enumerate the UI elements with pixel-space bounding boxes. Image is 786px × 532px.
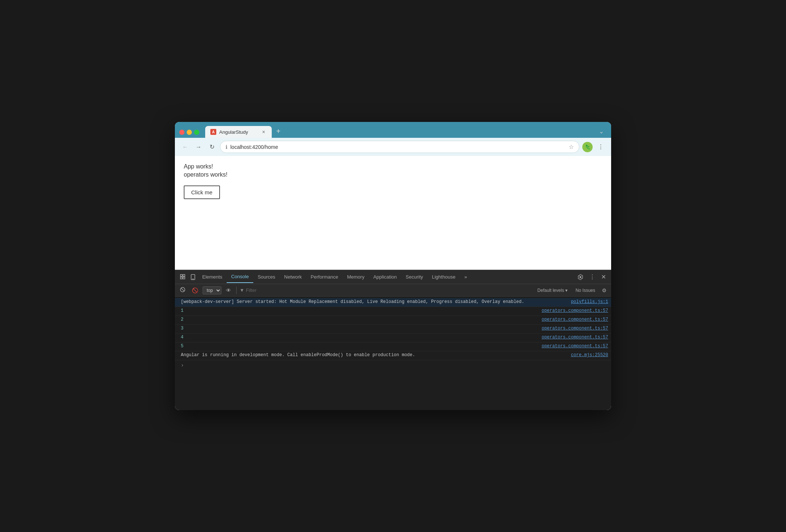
console-webpack-text: [webpack-dev-server] Server started: Hot… [181,299,568,304]
secure-icon: ℹ [226,144,227,150]
svg-line-7 [181,288,184,291]
devtools-close-button[interactable]: ✕ [599,270,608,283]
minimize-window-button[interactable] [187,130,192,135]
tab-application[interactable]: Application [369,271,402,283]
console-number-4: 4 [181,335,188,340]
console-webpack-line: [webpack-dev-server] Server started: Hot… [175,298,611,307]
tab-favicon-icon: A [210,129,216,135]
console-filter-button[interactable]: 🚫 [190,286,200,295]
console-number-3: 3 [181,326,188,331]
chevron-down-icon: ▾ [565,288,568,293]
browser-menu-button[interactable]: ⋮ [596,142,606,152]
console-log-line-4: 4 operators.component.ts:57 [175,334,611,342]
click-me-button[interactable]: Click me [184,185,220,199]
prompt-arrow-icon: › [181,362,184,368]
console-link-4[interactable]: operators.component.ts:57 [542,335,608,340]
filter-icon: ▼ [240,287,244,293]
reload-button[interactable]: ↻ [207,142,217,152]
devtools-controls: ⋮ ✕ [575,270,608,283]
console-webpack-link[interactable]: polyfills.js:1 [571,299,608,304]
filter-input[interactable] [246,287,532,293]
console-context-select[interactable]: top [203,286,221,294]
device-toggle-button[interactable] [188,271,198,283]
inspect-element-button[interactable] [178,271,188,283]
devtools-panel: Elements Console Sources Network Perform… [175,270,611,410]
console-link-2[interactable]: operators.component.ts:57 [542,317,608,322]
devtools-settings-button[interactable] [575,271,586,283]
svg-rect-2 [183,274,185,276]
devtools-tabs: Elements Console Sources Network Perform… [175,270,611,284]
tab-row: A AngularStudy × + ⌄ [175,122,611,138]
console-number-2: 2 [181,317,188,322]
bookmark-icon: ☆ [569,143,574,150]
clear-console-button[interactable] [178,286,187,295]
close-window-button[interactable] [179,130,184,135]
console-angular-line: Angular is running in development mode. … [175,351,611,360]
console-link-3[interactable]: operators.component.ts:57 [542,326,608,331]
tab-console[interactable]: Console [227,271,253,283]
tab-title: AngularStudy [219,129,258,135]
console-log-line-5: 5 operators.component.ts:57 [175,342,611,351]
forward-button[interactable]: → [193,142,204,152]
toolbar-divider [236,287,237,294]
svg-rect-3 [183,277,185,279]
svg-rect-0 [180,274,182,276]
console-link-5[interactable]: operators.component.ts:57 [542,344,608,349]
console-log-line-2: 2 operators.component.ts:57 [175,316,611,325]
new-tab-button[interactable]: + [273,126,284,137]
default-levels-button[interactable]: Default levels ▾ [535,287,570,294]
profile-avatar[interactable]: 🦎 [582,142,593,152]
tab-elements[interactable]: Elements [198,271,227,283]
console-toolbar: 🚫 top 👁 ▼ Default levels ▾ No Issues ⚙ [175,284,611,297]
console-link-1[interactable]: operators.component.ts:57 [542,308,608,313]
console-log-line-3: 3 operators.component.ts:57 [175,325,611,334]
address-input-wrap[interactable]: ℹ localhost:4200/home ☆ [220,141,579,153]
tab-performance[interactable]: Performance [306,271,342,283]
tab-sources[interactable]: Sources [253,271,280,283]
tab-lighthouse[interactable]: Lighthouse [427,271,460,283]
tab-security[interactable]: Security [401,271,427,283]
console-output[interactable]: [webpack-dev-server] Server started: Hot… [175,297,611,410]
devtools-more-button[interactable]: ⋮ [587,270,597,283]
title-bar: A AngularStudy × + ⌄ ← → ↻ ℹ localhost:4… [175,122,611,156]
console-angular-link[interactable]: core.mjs:25520 [571,352,608,358]
app-works-text: App works! [184,163,602,170]
tab-network[interactable]: Network [280,271,306,283]
back-button[interactable]: ← [180,142,190,152]
console-angular-text: Angular is running in development mode. … [181,352,568,358]
url-display: localhost:4200/home [230,144,566,150]
console-log-line-1: 1 operators.component.ts:57 [175,307,611,316]
window-controls [179,130,199,138]
tab-memory[interactable]: Memory [343,271,369,283]
console-number-1: 1 [181,308,188,313]
no-issues-badge: No Issues [573,287,598,294]
console-number-5: 5 [181,344,188,349]
address-bar: ← → ↻ ℹ localhost:4200/home ☆ 🦎 ⋮ [175,138,611,156]
more-tabs-button[interactable]: » [460,271,471,283]
console-settings-button[interactable]: ⚙ [600,286,608,295]
maximize-window-button[interactable] [194,130,199,135]
console-prompt-area: › [175,360,611,371]
browser-window: A AngularStudy × + ⌄ ← → ↻ ℹ localhost:4… [175,122,611,410]
browser-tab-active[interactable]: A AngularStudy × [205,126,272,138]
console-eye-button[interactable]: 👁 [224,286,233,295]
console-prompt-input[interactable] [186,363,608,368]
operators-works-text: operators works! [184,171,602,178]
svg-rect-1 [180,277,182,279]
filter-input-wrap: ▼ [240,287,532,293]
tab-chevron-icon[interactable]: ⌄ [596,126,607,136]
no-issues-text: No Issues [576,288,595,293]
page-content: App works! operators works! Click me [175,156,611,270]
tab-close-button[interactable]: × [261,129,267,135]
